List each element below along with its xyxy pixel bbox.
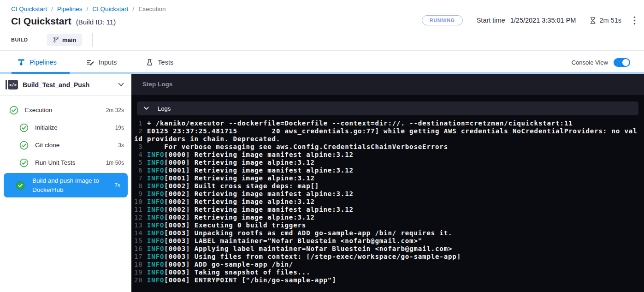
log-text: [0003] LABEL maintainer="Nofar Bluestein… (164, 237, 422, 244)
step-label: Initialize (35, 123, 58, 132)
log-text: [0002] Retrieving image alpine:3.12 (164, 198, 315, 205)
log-line-number: 19 (134, 268, 147, 276)
step-label: Run Unit Tests (35, 158, 76, 167)
log-line-number: 20 (134, 276, 147, 284)
log-level-info: INFO (147, 206, 164, 213)
log-line: 12 INFO[0002] Retrieving image alpine:3.… (134, 214, 640, 221)
log-text: [0000] Retrieving image manifest alpine:… (164, 151, 353, 158)
log-line-number: 15 (134, 237, 147, 244)
git-branch-icon (53, 36, 59, 43)
hourglass-icon (590, 17, 596, 24)
log-level-info: INFO (147, 182, 164, 190)
breadcrumb-project-link[interactable]: CI Quickstart (11, 6, 47, 12)
log-text: [0003] Taking snapshot of files... (164, 268, 310, 276)
log-level-info: INFO (147, 190, 164, 197)
log-output: 1 + /kaniko/executor --dockerfile=Docker… (131, 119, 640, 284)
breadcrumb-pipelines-link[interactable]: Pipelines (57, 6, 83, 12)
pipeline-execution-page: CI Quickstart / Pipelines / CI Quickstar… (0, 0, 644, 292)
log-level-info: INFO (147, 253, 164, 260)
log-level-info: INFO (147, 276, 164, 284)
step-row[interactable]: Git clone3s (0, 137, 131, 154)
stage-name: Build_Test_and_Push (23, 81, 89, 89)
branch-tag[interactable]: main (47, 34, 82, 46)
step-label: Git clone (35, 141, 59, 150)
tab-inputs[interactable]: Inputs (86, 59, 117, 66)
stage-header[interactable]: </> Build_Test_and_Push (0, 74, 131, 95)
log-level-info: INFO (147, 261, 164, 268)
log-text: E0125 23:37:25.481715 20 aws_credentials… (134, 127, 638, 143)
more-options-button[interactable] (633, 16, 636, 25)
page-title: CI Quickstart (11, 16, 71, 27)
breadcrumb-pipeline-link[interactable]: CI Quickstart (92, 6, 128, 12)
log-line: 15 INFO[0003] LABEL maintainer="Nofar Bl… (134, 237, 640, 245)
log-text: For verbose messaging see aws.Config.Cre… (147, 143, 448, 150)
breadcrumb-current: Execution (138, 6, 165, 12)
log-line: 11 INFO[0002] Retrieving image manifest … (134, 206, 640, 214)
log-text: [0003] Using files from context: [/step-… (164, 253, 461, 260)
step-row[interactable]: Run Unit Tests1m 50s (0, 154, 131, 172)
log-line: 4 INFO[0000] Retrieving image manifest a… (134, 151, 640, 159)
step-row[interactable]: Build and push image to DockerHub7s (4, 173, 128, 197)
step-label: Execution (25, 106, 52, 115)
log-line-number: 4 (134, 151, 147, 158)
log-line-number: 14 (134, 229, 147, 237)
breadcrumb-separator: / (132, 6, 134, 12)
tab-tests[interactable]: Tests (146, 59, 173, 66)
tab-label: Pipelines (30, 59, 57, 66)
log-line-number: 1 (134, 119, 147, 127)
step-row[interactable]: Initialize19s (0, 119, 131, 137)
log-line: 5 INFO[0000] Retrieving image alpine:3.1… (134, 159, 640, 167)
success-check-icon (19, 141, 29, 150)
log-level-info: INFO (147, 167, 164, 174)
log-line: 13 INFO[0003] Executing 0 build triggers (134, 221, 640, 229)
log-level-info: INFO (147, 221, 164, 229)
log-line-number: 17 (134, 253, 147, 260)
log-text: [0002] Retrieving image manifest alpine:… (164, 190, 353, 197)
header-status-area: RUNNING Start time 1/25/2021 3:35:01 PM … (422, 15, 636, 25)
duration: 2m 51s (590, 17, 621, 24)
logs-section-label: Logs (158, 105, 171, 112)
step-duration: 3s (114, 142, 124, 149)
log-line: 3 For verbose messaging see aws.Config.C… (134, 143, 640, 151)
log-line-number: 10 (134, 198, 147, 205)
log-level-info: INFO (147, 214, 164, 221)
step-label: Build and push image to DockerHub (32, 176, 110, 194)
step-row[interactable]: Execution2m 32s (0, 101, 131, 119)
log-line: 19 INFO[0003] Taking snapshot of files..… (134, 268, 640, 276)
success-check-icon (19, 158, 29, 167)
log-text: [0001] Retrieving image manifest alpine:… (164, 167, 353, 174)
log-level-info: INFO (147, 268, 164, 276)
log-line-number: 18 (134, 261, 147, 268)
step-duration: 1m 50s (102, 160, 124, 166)
success-check-icon (9, 106, 18, 115)
log-line: 8 INFO[0002] Built cross stage deps: map… (134, 182, 640, 190)
log-line: 6 INFO[0001] Retrieving image manifest a… (134, 167, 640, 174)
tab-underline-active (12, 72, 70, 74)
console-view-toggle[interactable] (614, 58, 630, 67)
tab-bar: Pipelines Inputs Tests Console View (0, 51, 644, 74)
log-level-info: INFO (147, 151, 164, 158)
log-level-info: INFO (147, 174, 164, 182)
log-line: 2 E0125 23:37:25.481715 20 aws_credentia… (134, 127, 640, 143)
step-duration: 7s (111, 182, 120, 189)
log-line: 1 + /kaniko/executor --dockerfile=Docker… (134, 119, 640, 127)
inputs-icon (86, 59, 94, 66)
build-id-label: (Build ID: 11) (76, 18, 116, 26)
console-view-label: Console View (572, 59, 608, 66)
log-text: [0002] Retrieving image alpine:3.12 (164, 214, 315, 221)
content-area: </> Build_Test_and_Push Execution2m 32sI… (0, 74, 644, 292)
log-line: 14 INFO[0003] Unpacking rootfs as cmd AD… (134, 229, 640, 237)
build-row: BUILD main (0, 33, 644, 47)
log-line-number: 6 (134, 167, 147, 174)
log-line-number: 11 (134, 206, 147, 213)
tab-pipelines[interactable]: Pipelines (18, 59, 57, 66)
flask-icon (146, 59, 153, 66)
log-text: [0003] Applying label maintainer=Nofar B… (164, 245, 452, 252)
log-line-number: 16 (134, 245, 147, 252)
breadcrumb: CI Quickstart / Pipelines / CI Quickstar… (0, 0, 644, 12)
log-line-number: 9 (134, 190, 147, 197)
log-level-info: INFO (147, 198, 164, 205)
logs-section-toggle[interactable]: Logs (137, 101, 638, 115)
log-line: 7 INFO[0001] Retrieving image alpine:3.1… (134, 174, 640, 182)
kebab-menu-icon (633, 16, 636, 25)
